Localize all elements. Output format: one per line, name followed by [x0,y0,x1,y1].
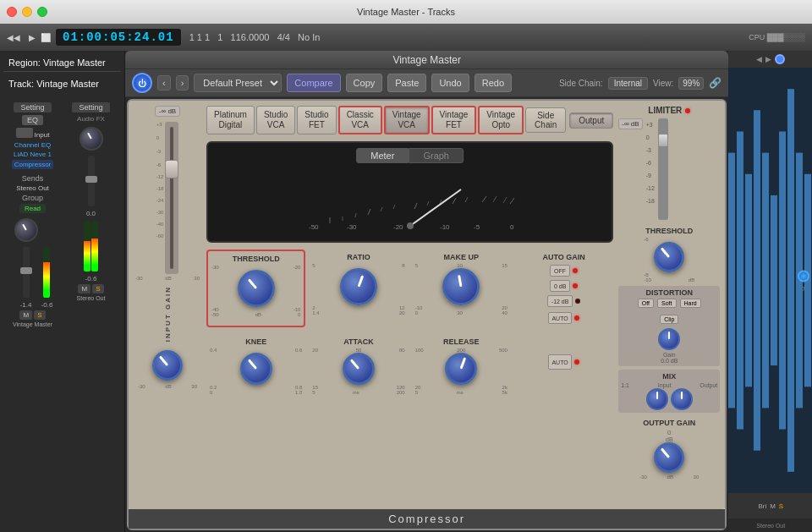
svg-line-18 [465,197,468,202]
svg-text:-20: -20 [393,223,403,231]
maximize-button[interactable] [37,7,47,17]
zero-db-btn[interactable]: 0 dB [550,280,570,292]
meter-tab-meter[interactable]: Meter [356,148,409,163]
ratio-label: RATIO [347,253,370,261]
eq-label: EQ [22,115,43,125]
right-sidebar: ◀ ▶ [728,51,812,532]
preset-tab-vintage-vca[interactable]: VintageVCA [384,106,430,134]
auto-btn[interactable]: AUTO [548,312,572,324]
preset-tab-studio-fet[interactable]: StudioFET [297,106,336,134]
plugin-liad[interactable]: LiAD Neve 1 [14,151,52,158]
side-chain-val[interactable]: Internal [608,77,648,90]
nav-prev-btn[interactable]: ‹ [157,75,171,90]
zero-db-led [573,283,578,288]
input-gain-knob[interactable] [152,350,183,381]
dist-hard-btn[interactable]: Hard [680,299,701,308]
dist-off-btn[interactable]: Off [638,299,654,308]
power-button[interactable]: ⏻ [132,73,152,93]
input-gain-label: INPUT GAIN [164,286,172,342]
svg-line-13 [355,213,356,217]
mute-btn-1[interactable]: M [19,310,32,320]
channel-knob-1[interactable] [14,218,38,242]
svg-line-15 [393,205,395,209]
mix-labels: 1:1InputOutput [621,382,717,388]
minus12-btn[interactable]: -12 dB [547,295,573,307]
svg-rect-25 [737,131,743,429]
fader-1[interactable] [23,247,30,298]
solo-btn-1[interactable]: S [34,310,45,320]
limiter-fader[interactable] [658,118,668,220]
plugin-channel-eq[interactable]: Channel EQ [14,141,52,149]
auto-led-2 [574,359,579,365]
close-button[interactable] [7,7,17,17]
input-db-label: -∞ dB [155,106,180,117]
mix-input-knob[interactable] [646,388,668,410]
threshold-control: THRESHOLD -30-20 -40-10 -50dB0 [206,250,305,327]
meter-tab-graph[interactable]: Graph [409,148,464,163]
side-chain-btn[interactable]: Side Chain [525,107,566,133]
meter-display: Meter Graph -50 -30 -20 -10 -5 0 [206,141,613,243]
undo-btn[interactable]: Undo [431,74,469,92]
sidebar-power-btn[interactable] [775,54,785,64]
svg-text:-10: -10 [440,223,450,231]
preset-tab-platinum[interactable]: PlatinumDigital [206,106,255,134]
attack-control: ATTACK 205080 15120 5ms200 [309,334,408,398]
view-val[interactable]: 99% [678,77,704,90]
dist-soft-btn[interactable]: Soft [657,299,676,308]
svg-text:-50: -50 [309,223,319,231]
vu-1 [43,247,50,298]
track-info: Track: Vintage Master [3,75,121,92]
sidebar-knob-1[interactable] [798,270,809,282]
fader-2[interactable] [88,156,95,206]
svg-line-10 [482,196,486,202]
preset-tab-vintage-fet[interactable]: VintageFET [431,106,477,134]
off-btn[interactable]: OFF [550,265,570,277]
output-btn[interactable]: Output [569,112,613,129]
svg-line-14 [381,207,382,211]
read-btn[interactable]: Read [19,204,46,213]
makeup-knob[interactable] [442,268,480,305]
auto-btn-2[interactable]: AUTO [548,354,572,370]
link-icon[interactable]: 🔗 [709,77,721,89]
svg-line-16 [427,201,429,206]
compare-btn[interactable]: Compare [287,74,340,92]
copy-btn[interactable]: Copy [346,74,383,92]
nav-next-btn[interactable]: › [176,75,189,90]
group-label: Group [22,194,43,202]
redo-btn[interactable]: Redo [475,74,512,92]
transport-beat: 1 1 1 1 116.0000 4/4 No In [189,32,321,42]
setting-label-1: Setting [14,102,51,112]
preset-tab-studio-vca[interactable]: StudioVCA [256,106,295,134]
svg-rect-28 [762,153,769,409]
svg-text:-5: -5 [474,223,480,231]
preset-tab-vintage-opto[interactable]: VintageOpto [478,106,524,134]
dist-clip-btn[interactable]: Clip [660,315,678,324]
mute-btn-2[interactable]: M [78,284,91,293]
knee-knob[interactable] [240,353,272,385]
output-gain-section: OUTPUT GAIN 0 dB -30dB30 [618,416,720,482]
plugin-window-title: Vintage Master [392,54,461,66]
link-btn-1[interactable] [16,128,33,138]
channel-knob-2[interactable] [80,127,103,151]
release-knob[interactable] [445,353,477,385]
solo-btn-2[interactable]: S [92,284,103,293]
distortion-knob[interactable] [658,328,680,350]
limiter-threshold-knob[interactable] [654,242,684,272]
svg-rect-27 [754,110,760,450]
distortion-label: DISTORTION [646,288,693,297]
minimize-button[interactable] [22,7,32,17]
svg-text:0: 0 [510,223,514,231]
threshold-knob[interactable] [238,270,275,307]
preset-dropdown[interactable]: Default Preset [194,74,282,92]
left-sidebar: Region: Vintage Master Track: Vintage Ma… [0,51,125,532]
paste-btn[interactable]: Paste [387,74,426,92]
limiter-led [685,108,690,113]
preset-tab-classic-vca[interactable]: ClassicVCA [338,106,382,134]
mix-output-knob[interactable] [671,388,693,410]
attack-knob[interactable] [343,353,375,385]
plugin-compressor[interactable]: Compressor [12,160,54,169]
input-gain-fader[interactable] [165,122,178,274]
svg-point-22 [407,222,414,229]
ratio-knob[interactable] [340,268,377,305]
output-gain-knob[interactable] [654,442,684,473]
